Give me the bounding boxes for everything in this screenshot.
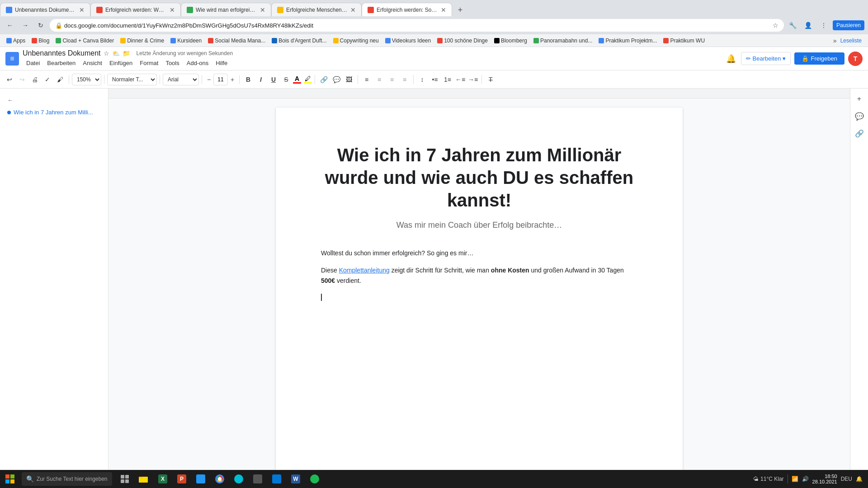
numbered-list-button[interactable]: 1≡ (442, 74, 453, 85)
doc-scroll[interactable]: Wie ich in 7 Jahren zum Millionär wurde … (108, 99, 850, 488)
notification-button[interactable]: 🔔 (725, 52, 737, 65)
justify-button[interactable]: ≡ (399, 74, 410, 85)
taskbar-explorer[interactable] (135, 470, 153, 488)
tab-1[interactable]: Unbenanntes Dokument - Goo... ✕ (0, 3, 90, 16)
bookmark-100schone[interactable]: 100 schöne Dinge (434, 37, 491, 45)
taskbar-datetime[interactable]: 18:50 28.10.2021 (812, 474, 837, 484)
tab-2[interactable]: Erfolgreich werden: Weshalb... ✕ (90, 3, 181, 16)
bold-button[interactable]: B (242, 74, 254, 85)
taskbar-network-icon[interactable]: 📶 (792, 476, 798, 482)
profile-button[interactable]: 👤 (802, 19, 815, 32)
bookmark-videokurs[interactable]: Videokurs Ideen (382, 37, 434, 45)
style-select[interactable]: Normaler T... (107, 74, 157, 85)
menu-hilfe[interactable]: Hilfe (212, 58, 231, 68)
right-sidebar-link-icon[interactable]: 🔗 (853, 127, 866, 140)
font-select[interactable]: Arial (163, 74, 199, 85)
listen-button[interactable]: Pausieren (833, 20, 864, 30)
doc-subtitle[interactable]: Was mir mein Coach über Erfolg beibracht… (321, 221, 637, 230)
taskbar-task-view[interactable] (116, 470, 134, 488)
taskbar-edge[interactable] (268, 470, 286, 488)
docs-folder-icon[interactable]: 📁 (123, 50, 130, 57)
taskbar-chrome[interactable] (211, 470, 229, 488)
start-button[interactable] (0, 470, 20, 488)
bookmarks-more-button[interactable]: » (833, 37, 837, 44)
highlight-color-button[interactable]: 🖊 (304, 75, 312, 84)
edit-mode-button[interactable]: ✏ Bearbeiten ▾ (741, 52, 791, 65)
decrease-indent-button[interactable]: ←≡ (454, 74, 466, 85)
bookmark-praktikum1[interactable]: Praktikum Projektm... (596, 37, 660, 45)
tab-5-close[interactable]: ✕ (441, 6, 446, 14)
bullet-list-button[interactable]: •≡ (429, 74, 441, 85)
bookmark-kurs[interactable]: Kursideen (168, 37, 204, 45)
increase-indent-button[interactable]: →≡ (467, 74, 479, 85)
bookmark-canva[interactable]: Cload + Canva Bilder (53, 37, 117, 45)
taskbar-powerpoint[interactable]: P (173, 470, 191, 488)
leseliste-button[interactable]: Leseliste (838, 38, 864, 44)
italic-button[interactable]: I (255, 74, 267, 85)
tab-3-close[interactable]: ✕ (260, 6, 265, 14)
tab-1-close[interactable]: ✕ (79, 6, 85, 14)
spellcheck-button[interactable]: ✓ (42, 74, 53, 85)
share-button[interactable]: 🔒 Freigeben (794, 52, 844, 65)
docs-title[interactable]: Unbenanntes Dokument (23, 49, 101, 57)
paint-format-button[interactable]: 🖌 (54, 74, 66, 85)
font-size-increase[interactable]: + (228, 74, 236, 85)
link-button[interactable]: 🔗 (318, 74, 330, 85)
menu-einfuegen[interactable]: Einfügen (106, 58, 136, 68)
comment-button[interactable]: 💬 (330, 74, 342, 85)
bookmark-bloomberg[interactable]: Bloomberg (491, 37, 530, 45)
sidebar-back-button[interactable]: ← (0, 94, 108, 106)
menu-ansicht[interactable]: Ansicht (79, 58, 106, 68)
text-color-button[interactable]: A (293, 75, 301, 84)
strikethrough-button[interactable]: S (280, 74, 292, 85)
bookmark-star-icon[interactable]: ☆ (773, 22, 778, 29)
user-avatar[interactable]: T (848, 52, 863, 66)
bookmark-blog[interactable]: Blog (29, 37, 52, 45)
menu-tools[interactable]: Tools (162, 58, 183, 68)
bookmark-bois[interactable]: Bois d'Argent Duft... (269, 37, 329, 45)
reload-button[interactable]: ↻ (34, 19, 47, 32)
doc-paragraph-2[interactable]: Diese Komplettanleitung zeigt dir Schrit… (321, 265, 637, 286)
doc-title[interactable]: Wie ich in 7 Jahren zum Millionär wurde … (321, 144, 637, 211)
font-size-input[interactable] (213, 74, 228, 85)
bookmark-panorama[interactable]: Panoramabahn und... (531, 37, 595, 45)
menu-format[interactable]: Format (136, 58, 162, 68)
align-left-button[interactable]: ≡ (361, 74, 373, 85)
menu-addons[interactable]: Add-ons (183, 58, 212, 68)
line-spacing-button[interactable]: ↕ (416, 74, 428, 85)
extensions-button[interactable]: 🔧 (787, 19, 799, 32)
image-button[interactable]: 🖼 (343, 74, 355, 85)
menu-datei[interactable]: Datei (23, 58, 43, 68)
clear-formatting-button[interactable]: T̶ (485, 74, 496, 85)
menu-bearbeiten[interactable]: Bearbeiten (43, 58, 79, 68)
back-button[interactable]: ← (4, 19, 16, 32)
bookmark-apps[interactable]: Apps (4, 37, 28, 45)
url-bar[interactable]: 🔒 docs.google.com/document/d/1YuyFkWnz2m… (50, 19, 784, 32)
tab-2-close[interactable]: ✕ (170, 6, 175, 14)
taskbar-search[interactable]: 🔍 Zur Suche Text hier eingeben (22, 472, 112, 486)
docs-cloud-icon[interactable]: ⛅ (112, 50, 120, 57)
forward-button[interactable]: → (19, 19, 32, 32)
menu-button[interactable]: ⋮ (817, 19, 830, 32)
right-sidebar-comment-icon[interactable]: 💬 (853, 109, 866, 123)
taskbar-app5[interactable] (192, 470, 210, 488)
taskbar-app8[interactable] (249, 470, 267, 488)
tab-4[interactable]: Erfolgreiche Menschen verzicht... ✕ (271, 3, 362, 16)
taskbar-app7[interactable] (230, 470, 248, 488)
underline-button[interactable]: U (268, 74, 279, 85)
taskbar-excel[interactable]: X (154, 470, 172, 488)
bookmark-dinner[interactable]: Dinner & Crime (118, 37, 167, 45)
align-center-button[interactable]: ≡ (373, 74, 385, 85)
taskbar-notification-icon[interactable]: 🔔 (856, 476, 863, 482)
bookmark-praktikum-wu[interactable]: Praktikum WU (660, 37, 708, 45)
doc-paragraph-1[interactable]: Wolltest du schon immer erfolgreich? So … (321, 248, 637, 258)
taskbar-word[interactable]: W (287, 470, 305, 488)
bookmark-social[interactable]: Social Media Mana... (205, 37, 268, 45)
tab-5[interactable]: Erfolgreich werden: So wirst du... ✕ (362, 3, 452, 16)
taskbar-volume-icon[interactable]: 🔊 (802, 476, 809, 482)
right-sidebar-add-icon[interactable]: + (853, 92, 866, 106)
docs-star-icon[interactable]: ☆ (104, 50, 109, 57)
taskbar-spotify[interactable] (306, 470, 324, 488)
align-right-button[interactable]: ≡ (386, 74, 398, 85)
font-size-decrease[interactable]: − (205, 74, 213, 85)
